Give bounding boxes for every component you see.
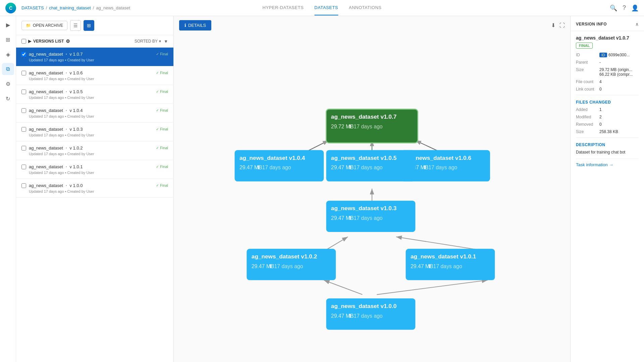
tab-hyper-datasets[interactable]: HYPER-DATASETS: [263, 0, 304, 15]
version-name-v1_0_1: ag_news_dataset: [29, 164, 63, 169]
select-all-checkbox[interactable]: [21, 39, 26, 44]
info-row-size: Size 29.72 MB (origin... 66.22 KB (compr…: [576, 67, 639, 77]
open-archive-button[interactable]: 📁 OPEN ARCHIVE: [21, 21, 67, 30]
svg-text:⬆ 17 days ago: ⬆ 17 days ago: [268, 263, 303, 269]
sidebar-icon-nav[interactable]: ▶: [2, 19, 14, 31]
version-name-v1_0_7: ag_news_dataset: [29, 52, 63, 57]
sidebar-icon-chart[interactable]: ◈: [2, 48, 14, 60]
version-meta-v1_0_3: Updated 17 days ago • Created by User: [21, 133, 168, 137]
svg-text:ag_news_dataset v1.0.2: ag_news_dataset v1.0.2: [252, 253, 317, 260]
version-item-v1_0_6[interactable]: ag_news_dataset • v 1.0.6 ✓ Final Update…: [16, 66, 173, 85]
svg-text:ag_news_dataset v1.0.6: ag_news_dataset v1.0.6: [406, 155, 471, 161]
version-item-v1_0_1[interactable]: ag_news_dataset • v 1.0.1 ✓ Final Update…: [16, 160, 173, 179]
version-status-v1_0_6: ✓ Final: [156, 71, 168, 75]
panel-title: VERSION INFO: [576, 22, 607, 26]
panel-body: ag_news_dataset v1.0.7 FINAL ID ID 6099e…: [571, 31, 644, 171]
version-status-v1_0_4: ✓ Final: [156, 108, 168, 113]
version-item-v1_0_3[interactable]: ag_news_dataset • v 1.0.3 ✓ Final Update…: [16, 123, 173, 141]
version-info-panel: VERSION INFO ∧ ag_news_dataset v1.0.7 FI…: [570, 16, 644, 362]
info-row-filecount: File count 4: [576, 79, 639, 84]
breadcrumb-current: ag_news_dataset: [96, 5, 130, 10]
versions-panel: 📁 OPEN ARCHIVE ☰ ⊞ ▶ VERSIONS LIST ⚙ SOR…: [16, 16, 174, 362]
graph-canvas: ag_news_dataset v1.0.7 29.72 MB ⬆ 17 day…: [174, 35, 570, 362]
svg-text:⬆ 17 days ago: ⬆ 17 days ago: [423, 165, 458, 170]
version-name-v1_0_0: ag_news_dataset: [29, 183, 63, 188]
version-item-v1_0_0[interactable]: ag_news_dataset • v 1.0.0 ✓ Final Update…: [16, 179, 173, 198]
svg-text:ag_news_dataset v1.0.0: ag_news_dataset v1.0.0: [331, 303, 396, 309]
version-checkbox-v1_0_0[interactable]: [21, 183, 26, 188]
sidebar-icon-layers[interactable]: ⧉: [2, 63, 14, 75]
version-item-v1_0_4[interactable]: ag_news_dataset • v 1.0.4 ✓ Final Update…: [16, 104, 173, 123]
versions-header: ▶ VERSIONS LIST ⚙ SORTED BY ▾ ▼: [16, 35, 173, 48]
version-meta-v1_0_2: Updated 17 days ago • Created by User: [21, 152, 168, 156]
nav-right: 🔍 ? 👤: [610, 4, 639, 12]
chevron-down-icon: ▾: [159, 39, 161, 44]
version-meta-v1_0_0: Updated 17 days ago • Created by User: [21, 189, 168, 193]
fullscreen-icon[interactable]: ⛶: [559, 22, 565, 28]
version-checkbox-v1_0_1[interactable]: [21, 165, 26, 169]
svg-text:⬆ 17 days ago: ⬆ 17 days ago: [256, 165, 291, 170]
graph-area: ℹ DETAILS ⬇ ⛶: [174, 16, 570, 362]
download-icon[interactable]: ⬇: [551, 22, 555, 28]
archive-icon: 📁: [26, 23, 31, 28]
divider-3: [576, 159, 639, 159]
layout: ▶ ⊞ ◈ ⧉ ⚙ ↻ 📁 OPEN ARCHIVE ☰ ⊞ ▶ VERSION…: [0, 16, 644, 362]
svg-text:⬆ 17 days ago: ⬆ 17 days ago: [348, 124, 383, 129]
version-item-v1_0_7[interactable]: ag_news_dataset • v 1.0.7 ✓ Final Update…: [16, 48, 173, 66]
version-name-v1_0_6: ag_news_dataset: [29, 70, 63, 75]
info-row-modified: Modified 2: [576, 115, 639, 119]
version-name-v1_0_2: ag_news_dataset: [29, 145, 63, 150]
svg-text:ag_news_dataset v1.0.4: ag_news_dataset v1.0.4: [239, 155, 305, 161]
sidebar-nav: ▶ ⊞ ◈ ⧉ ⚙ ↻: [0, 16, 16, 362]
link-count-value: 0: [599, 87, 602, 92]
final-badge: FINAL: [576, 43, 593, 49]
help-icon[interactable]: ?: [623, 4, 626, 11]
sidebar-icon-refresh[interactable]: ↻: [2, 93, 14, 105]
list-view-button[interactable]: ☰: [70, 20, 81, 31]
version-checkbox-v1_0_6[interactable]: [21, 71, 26, 75]
version-status-v1_0_3: ✓ Final: [156, 127, 168, 131]
version-name-v1_0_5: ag_news_dataset: [29, 89, 63, 94]
id-value: ID 6099e300...: [599, 53, 630, 57]
filter-icon[interactable]: ▼: [164, 39, 168, 44]
tab-annotations[interactable]: ANNOTATIONS: [349, 0, 381, 15]
version-item-v1_0_5[interactable]: ag_news_dataset • v 1.0.5 ✓ Final Update…: [16, 85, 173, 104]
svg-text:⬆ 17 days ago: ⬆ 17 days ago: [427, 263, 462, 269]
version-meta-v1_0_7: Updated 17 days ago • Created by User: [21, 58, 168, 62]
breadcrumb-parent[interactable]: chat_training_dataset: [49, 5, 91, 10]
task-information-link[interactable]: Task information →: [576, 162, 639, 167]
version-checkbox-v1_0_4[interactable]: [21, 108, 26, 113]
versions-list-label: ▶ VERSIONS LIST ⚙: [21, 39, 70, 44]
info-row-id: ID ID 6099e300...: [576, 53, 639, 57]
info-row-size-changed: Size 258.38 KB: [576, 129, 639, 134]
user-icon[interactable]: 👤: [631, 4, 639, 12]
grid-view-button[interactable]: ⊞: [84, 20, 94, 31]
panel-collapse-button[interactable]: ∧: [635, 21, 639, 27]
nav-tabs: HYPER-DATASETS DATASETS ANNOTATIONS: [263, 0, 382, 15]
info-row-removed: Removed 0: [576, 122, 639, 127]
version-checkbox-v1_0_3[interactable]: [21, 127, 26, 132]
graph-toolbar: ℹ DETAILS ⬇ ⛶: [174, 16, 570, 35]
expand-icon[interactable]: ▶: [28, 39, 31, 44]
version-checkbox-v1_0_2[interactable]: [21, 146, 26, 150]
settings-icon[interactable]: ⚙: [66, 39, 70, 44]
version-checkbox-v1_0_7[interactable]: [21, 52, 26, 57]
parent-value: -: [599, 60, 601, 65]
svg-text:ag_news_dataset v1.0.3: ag_news_dataset v1.0.3: [331, 205, 396, 212]
search-icon[interactable]: 🔍: [610, 4, 617, 12]
details-button[interactable]: ℹ DETAILS: [179, 20, 211, 31]
version-item-v1_0_2[interactable]: ag_news_dataset • v 1.0.2 ✓ Final Update…: [16, 141, 173, 160]
tab-datasets[interactable]: DATASETS: [314, 0, 338, 15]
version-status-v1_0_1: ✓ Final: [156, 165, 168, 169]
size-value: 29.72 MB (origin... 66.22 KB (compr...: [599, 67, 633, 77]
sorted-by-control[interactable]: SORTED BY ▾: [135, 39, 161, 44]
version-meta-v1_0_5: Updated 17 days ago • Created by User: [21, 96, 168, 100]
version-checkbox-v1_0_5[interactable]: [21, 89, 26, 94]
file-count-value: 4: [599, 79, 602, 84]
version-meta-v1_0_6: Updated 17 days ago • Created by User: [21, 77, 168, 81]
sidebar-icon-grid[interactable]: ⊞: [2, 34, 14, 46]
divider-1: [576, 95, 639, 95]
breadcrumb-root[interactable]: DATASETS: [21, 5, 44, 10]
versions-list: ag_news_dataset • v 1.0.7 ✓ Final Update…: [16, 48, 173, 362]
sidebar-icon-puzzle[interactable]: ⚙: [2, 78, 14, 90]
